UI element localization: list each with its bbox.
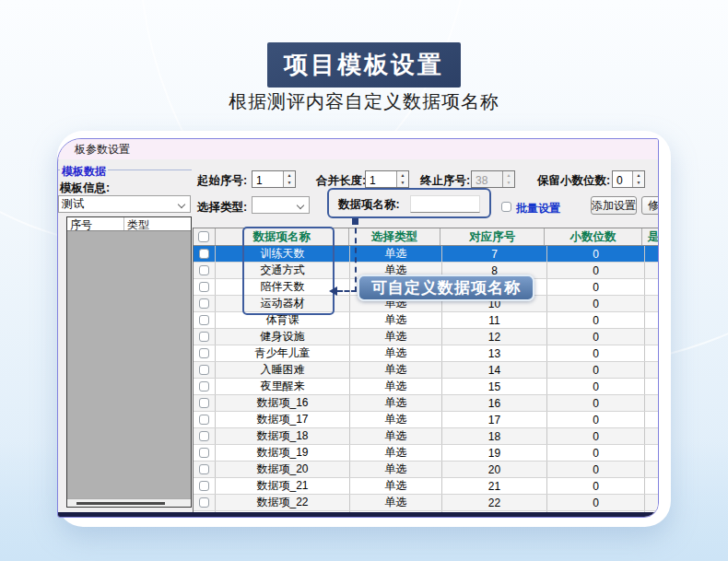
item-name-input[interactable] <box>410 195 480 213</box>
row-checkbox[interactable] <box>199 481 209 491</box>
col-header-seq[interactable]: 对应序号 <box>440 228 545 245</box>
table-row[interactable]: 体育课单选110 <box>194 312 659 329</box>
cell-extra <box>645 395 659 411</box>
row-checkbox[interactable] <box>199 431 209 441</box>
cell-seq: 19 <box>442 445 547 461</box>
select-all-cell <box>194 228 216 245</box>
start-seq-value: 1 <box>252 171 283 187</box>
callout-bubble: 可自定义数据项名称 <box>358 275 534 301</box>
col-header-item-name[interactable]: 数据项名称 <box>216 228 349 245</box>
cell-item-name: 数据项_20 <box>216 462 350 477</box>
batch-checkbox[interactable] <box>501 202 511 212</box>
cell-item-name: 训练天数 <box>216 246 350 262</box>
spin-down-button[interactable]: ▼ <box>633 180 644 188</box>
batch-label: 批量设置 <box>516 201 560 216</box>
cell-item-name: 运动器材 <box>216 296 350 311</box>
col-header-extra[interactable]: 是 <box>642 228 660 245</box>
row-checkbox[interactable] <box>199 265 209 275</box>
seq-type-list: 序号 类型 <box>66 216 192 508</box>
spin-down-button[interactable]: ▼ <box>284 180 295 188</box>
spin-up-button[interactable]: ▲ <box>633 171 644 180</box>
table-row[interactable]: 夜里醒来单选150 <box>194 379 659 395</box>
cell-select-type: 单选 <box>350 412 442 427</box>
merge-length-label: 合并长度: <box>316 173 366 189</box>
table-row[interactable]: 青少年儿童单选130 <box>194 345 659 362</box>
list-hscrollbar[interactable] <box>67 498 191 507</box>
select-all-checkbox[interactable] <box>198 231 209 242</box>
cell-extra <box>645 296 659 311</box>
table-row[interactable]: 数据项_16单选160 <box>194 395 659 412</box>
window-titlebar[interactable]: 板参数设置 <box>58 139 658 159</box>
table-row[interactable]: 数据项_21单选210 <box>194 478 659 495</box>
end-seq-label: 终止序号: <box>420 173 470 189</box>
row-checkbox[interactable] <box>199 249 209 259</box>
table-row[interactable]: 健身设施单选120 <box>194 329 659 345</box>
start-seq-spinner[interactable]: 1 ▲▼ <box>252 170 296 188</box>
spinner-buttons: ▲▼ <box>502 171 514 187</box>
row-checkbox-cell <box>194 495 216 510</box>
merge-length-spinner[interactable]: 1 ▲▼ <box>365 170 409 188</box>
connector-arrow-icon <box>329 286 337 296</box>
cell-decimal: 0 <box>547 246 645 262</box>
page-background: { "page": { "title": "项目模板设置", "subtitle… <box>0 0 728 561</box>
cell-item-name: 数据项_21 <box>216 478 350 494</box>
cell-item-name: 健身设施 <box>216 329 350 345</box>
spin-down-button[interactable]: ▼ <box>397 180 408 188</box>
col-header-decimal[interactable]: 小数位数 <box>545 228 641 245</box>
row-checkbox[interactable] <box>199 298 209 309</box>
table-row[interactable]: 数据项_19单选190 <box>194 445 659 462</box>
spinner-buttons: ▲▼ <box>632 171 644 187</box>
row-checkbox-cell <box>194 312 216 328</box>
list-header-type[interactable]: 类型 <box>124 217 191 230</box>
row-checkbox-cell <box>194 395 216 411</box>
connector-dashed-vertical <box>355 218 357 292</box>
row-checkbox[interactable] <box>199 497 209 508</box>
row-checkbox[interactable] <box>199 398 209 408</box>
row-checkbox[interactable] <box>199 415 209 425</box>
add-settings-button[interactable]: 添加设置 <box>591 196 637 215</box>
cell-seq: 21 <box>442 478 547 494</box>
cell-select-type: 单选 <box>350 246 442 262</box>
table-row[interactable]: 数据项_17单选170 <box>194 412 659 428</box>
cell-seq: 20 <box>442 462 547 477</box>
template-select[interactable]: 测试 <box>58 195 191 213</box>
spin-up-button[interactable]: ▲ <box>284 171 295 180</box>
page-title-banner: 项目模板设置 <box>267 42 461 88</box>
table-row[interactable]: 数据项_18单选180 <box>194 428 659 445</box>
cell-seq: 17 <box>442 412 547 427</box>
cell-select-type: 单选 <box>350 445 442 461</box>
modify-button[interactable]: 修改 <box>641 196 659 215</box>
row-checkbox-cell <box>194 246 216 262</box>
cell-extra <box>645 379 659 394</box>
row-checkbox[interactable] <box>199 348 209 358</box>
cell-item-name: 体育课 <box>216 312 350 328</box>
list-body[interactable] <box>67 231 191 498</box>
row-checkbox[interactable] <box>199 464 209 474</box>
table-row[interactable]: 数据项_22单选220 <box>194 495 659 511</box>
col-header-select-type[interactable]: 选择类型 <box>349 228 440 245</box>
cell-seq: 13 <box>442 345 547 361</box>
cell-select-type: 单选 <box>350 495 442 510</box>
page-title: 项目模板设置 <box>284 51 444 78</box>
cell-decimal: 0 <box>547 329 645 345</box>
row-checkbox[interactable] <box>199 315 209 325</box>
row-checkbox[interactable] <box>199 365 209 375</box>
row-checkbox[interactable] <box>199 332 209 342</box>
table-row[interactable]: 训练天数单选70 <box>194 246 659 263</box>
cell-decimal: 0 <box>547 263 645 278</box>
table-row[interactable]: 入睡困难单选140 <box>194 362 659 379</box>
row-checkbox-cell <box>194 462 216 477</box>
row-checkbox[interactable] <box>199 381 209 392</box>
decimal-places-spinner[interactable]: 0 ▲▼ <box>612 170 645 188</box>
cell-extra <box>645 428 659 444</box>
cell-extra <box>645 478 659 494</box>
spin-up-button[interactable]: ▲ <box>397 171 408 180</box>
table-row[interactable]: 数据项_20单选200 <box>194 462 659 478</box>
spin-up-button: ▲ <box>503 171 514 180</box>
select-type-combo[interactable] <box>252 196 310 214</box>
row-checkbox[interactable] <box>199 282 209 292</box>
scrollbar-thumb[interactable] <box>76 502 165 505</box>
cell-decimal: 0 <box>547 412 645 427</box>
row-checkbox[interactable] <box>199 448 209 458</box>
list-header-seq[interactable]: 序号 <box>67 217 124 230</box>
